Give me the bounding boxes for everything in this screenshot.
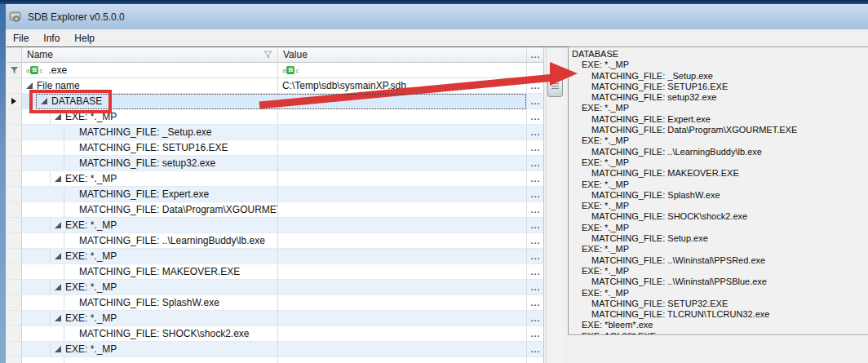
table-row[interactable]: EXE: *._MP... (7, 171, 543, 187)
value-cell[interactable] (277, 156, 526, 171)
value-cell[interactable] (277, 187, 526, 202)
expand-collapse-icon[interactable] (51, 253, 65, 259)
tree-name-cell[interactable]: DATABASE (22, 94, 277, 109)
table-row[interactable]: MATCHING_FILE: Expert.exe... (7, 187, 543, 202)
menu-help[interactable]: Help (67, 31, 102, 46)
value-cell[interactable] (277, 357, 526, 363)
row-ellipsis-button[interactable]: ... (526, 218, 544, 233)
row-ellipsis-button[interactable]: ... (526, 280, 544, 295)
table-row[interactable]: MATCHING_FILE: setup32.exe... (7, 156, 543, 171)
value-cell[interactable] (277, 218, 526, 233)
expand-collapse-icon[interactable] (51, 346, 65, 352)
row-ellipsis-button[interactable]: ... (526, 171, 544, 187)
row-ellipsis-button[interactable]: ... (526, 94, 544, 109)
table-row[interactable]: MATCHING_FILE: Data\Program\XGOURMET....… (7, 202, 543, 218)
tree-name-cell[interactable]: MATCHING_FILE: ..\LearningBuddy\lb.exe (22, 233, 277, 249)
table-row[interactable] (7, 357, 543, 363)
row-ellipsis-button[interactable]: ... (526, 326, 544, 342)
table-row[interactable]: MATCHING_FILE: SHOCK\shock2.exe... (7, 326, 543, 342)
table-row[interactable]: MATCHING_FILE: _Setup.exe... (7, 125, 543, 140)
table-row[interactable]: EXE: *._MP... (7, 109, 543, 125)
value-cell[interactable] (277, 109, 526, 125)
column-header-value[interactable]: Value (277, 47, 526, 63)
table-row-selected[interactable]: DATABASE... (7, 94, 543, 109)
value-cell[interactable] (277, 94, 526, 109)
tree-name-cell[interactable]: EXE: *._MP (22, 171, 277, 187)
value-cell[interactable]: C:\Temp\sdb\sysmainXP.sdb (277, 78, 526, 94)
table-row[interactable]: EXE: *._MP... (7, 280, 543, 295)
table-row[interactable]: MATCHING_FILE: SplashW.exe... (7, 295, 543, 311)
filter-pin-icon[interactable] (7, 63, 22, 78)
value-cell[interactable] (277, 249, 526, 264)
row-ellipsis-button[interactable]: ... (526, 295, 544, 311)
value-cell[interactable] (277, 311, 526, 326)
row-ellipsis-button[interactable]: ... (526, 311, 544, 326)
row-ellipsis-button[interactable]: ... (526, 140, 544, 156)
value-cell[interactable] (277, 140, 526, 156)
column-header-more[interactable]: ... (526, 47, 544, 63)
value-cell[interactable] (277, 125, 526, 140)
expand-collapse-icon[interactable] (51, 284, 65, 290)
value-cell[interactable] (277, 264, 526, 280)
row-ellipsis-button[interactable]: ... (526, 264, 544, 280)
row-ellipsis-button[interactable]: ... (526, 78, 544, 94)
row-ellipsis-button[interactable]: ... (526, 187, 544, 202)
row-ellipsis-button[interactable]: ... (526, 156, 544, 171)
tree-name-cell[interactable]: EXE: *._MP (22, 311, 277, 326)
tree-name-cell[interactable]: MATCHING_FILE: SplashW.exe (22, 295, 277, 311)
tree-name-cell[interactable]: MATCHING_FILE: SHOCK\shock2.exe (22, 326, 277, 342)
value-filter-cell[interactable]: a B c (277, 63, 526, 78)
row-ellipsis-button[interactable]: ... (526, 109, 544, 125)
table-row[interactable]: EXE: *._MP... (7, 311, 543, 326)
expand-collapse-icon[interactable] (37, 98, 51, 104)
tree-name-cell[interactable]: EXE: *._MP (22, 249, 277, 264)
value-cell[interactable] (277, 342, 526, 357)
scroll-up-icon[interactable] (552, 67, 559, 72)
name-filter-value[interactable]: .exe (48, 64, 67, 76)
row-ellipsis-button[interactable]: ... (526, 249, 544, 264)
expand-collapse-icon[interactable] (51, 315, 65, 321)
expand-collapse-icon[interactable] (51, 175, 65, 182)
vertical-scrollbar[interactable] (546, 47, 564, 363)
tree-name-cell[interactable]: MATCHING_FILE: SETUP16.EXE (22, 140, 277, 156)
tree-name-cell[interactable]: MATCHING_FILE: setup32.exe (22, 156, 277, 171)
value-cell[interactable] (277, 295, 526, 311)
row-ellipsis-button[interactable]: ... (526, 202, 544, 218)
row-ellipsis-button[interactable]: ... (526, 342, 544, 357)
tree-name-cell[interactable]: MATCHING_FILE: MAKEOVER.EXE (22, 264, 277, 280)
expand-collapse-icon[interactable] (51, 113, 65, 120)
value-cell[interactable] (277, 233, 526, 249)
menu-info[interactable]: Info (36, 31, 67, 46)
tree-name-cell[interactable]: MATCHING_FILE: Data\Program\XGOURMET.... (22, 202, 277, 218)
tree-name-cell[interactable]: File name (22, 78, 277, 94)
tree-name-cell[interactable]: MATCHING_FILE: _Setup.exe (22, 125, 277, 140)
expand-collapse-icon[interactable] (51, 222, 65, 228)
table-row[interactable]: EXE: *._MP... (7, 218, 543, 233)
value-cell[interactable] (277, 171, 526, 187)
name-filter-cell[interactable]: a B c .exe (22, 63, 277, 78)
tree-name-cell[interactable]: EXE: *._MP (22, 342, 277, 357)
tree-name-cell[interactable]: EXE: *._MP (22, 218, 277, 233)
menu-file[interactable]: File (6, 31, 36, 46)
scrollbar-thumb[interactable] (547, 75, 563, 97)
expand-collapse-icon[interactable] (22, 82, 37, 89)
value-cell[interactable] (277, 326, 526, 342)
row-ellipsis-button[interactable]: ... (526, 125, 544, 140)
row-ellipsis-button[interactable] (526, 357, 544, 363)
value-cell[interactable] (277, 202, 526, 218)
tree-name-cell[interactable] (22, 357, 277, 363)
table-row[interactable]: EXE: *._MP... (7, 342, 543, 357)
table-row[interactable]: MATCHING_FILE: ..\LearningBuddy\lb.exe..… (7, 233, 543, 249)
table-row[interactable]: EXE: *._MP... (7, 249, 543, 264)
value-cell[interactable] (277, 280, 526, 295)
filter-funnel-icon[interactable] (264, 51, 272, 59)
table-row[interactable]: MATCHING_FILE: MAKEOVER.EXE... (7, 264, 543, 280)
tree-name-cell[interactable]: MATCHING_FILE: Expert.exe (22, 187, 277, 202)
column-header-name[interactable]: Name (22, 47, 277, 63)
row-label: EXE: *._MP (65, 343, 117, 355)
row-ellipsis-button[interactable]: ... (526, 233, 544, 249)
table-row[interactable]: MATCHING_FILE: SETUP16.EXE... (7, 140, 543, 156)
tree-name-cell[interactable]: EXE: *._MP (22, 280, 277, 295)
table-row[interactable]: File nameC:\Temp\sdb\sysmainXP.sdb... (7, 78, 543, 94)
tree-name-cell[interactable]: EXE: *._MP (22, 109, 277, 125)
